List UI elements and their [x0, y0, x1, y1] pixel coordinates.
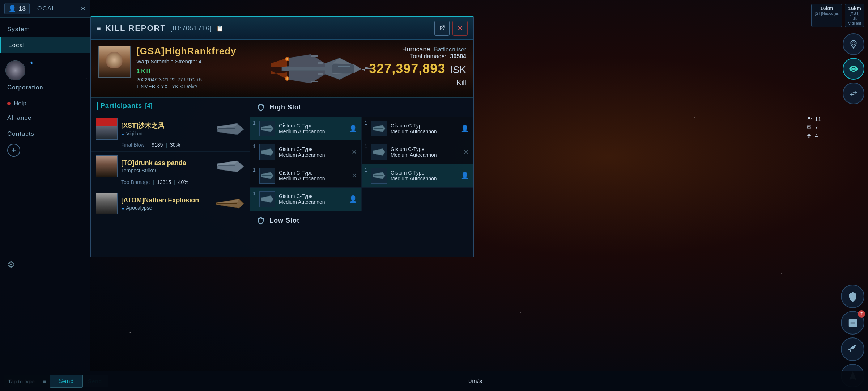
export-button[interactable]	[434, 21, 450, 36]
corp-star: ★	[30, 60, 34, 66]
kill-type: Kill	[369, 79, 466, 87]
sidebar-item-alliance[interactable]: Alliance	[0, 110, 90, 126]
modal-menu-icon[interactable]: ≡	[97, 24, 101, 33]
equip-item-h4[interactable]: 1 Gistum C-Type Medium Autocannon ✕	[362, 140, 473, 164]
equip-item-h7[interactable]: 1 Gistum C-Type Medium Autocannon 👤	[250, 188, 362, 211]
autocannon-svg-h3	[260, 148, 274, 156]
corp-avatar	[5, 60, 25, 80]
svg-rect-38	[374, 175, 383, 176]
participant-star-3: ★	[121, 206, 125, 210]
participant-ship-2: Tempest Striker	[121, 168, 212, 173]
sidebar-item-system[interactable]: System	[0, 21, 90, 37]
equip-item-h1[interactable]: 1 Gistum C-Type Medium Autocannon 👤	[250, 117, 362, 140]
equip-name1-h1: Gistum C-Type	[279, 123, 345, 129]
eye-button[interactable]	[843, 58, 864, 80]
equip-qty-h4: 1	[365, 143, 367, 149]
mail-icon: ✉	[805, 124, 813, 130]
stat-divider-2: |	[166, 142, 167, 148]
sidebar-nav: System Local	[0, 18, 90, 57]
add-contact-button[interactable]: +	[7, 144, 20, 157]
equip-item-h2[interactable]: 1 Gistum C-Type Medium Autocannon 👤	[362, 117, 473, 140]
close-modal-button[interactable]: ✕	[452, 21, 468, 36]
percent-value-2: 40%	[178, 179, 188, 185]
help-section: Help	[0, 97, 90, 110]
rocket-button[interactable]	[841, 337, 864, 361]
equip-name1-h6: Gistum C-Type	[391, 170, 457, 176]
equip-name2-h7: Medium Autocannon	[279, 199, 345, 205]
modal-header: ≡ KILL REPORT [ID:7051716] 📋 ✕	[91, 17, 473, 40]
participants-bar-accent	[97, 102, 98, 110]
ship-name-line: Hurricane Battlecruiser	[369, 46, 466, 53]
stat-divider-1: |	[148, 142, 149, 148]
participant-face-3	[96, 193, 117, 214]
equip-status-h5: ✕	[352, 172, 357, 180]
equip-icon-h7	[259, 191, 275, 207]
equip-item-h6[interactable]: 1 Gistum C-Type Medium Autocannon 👤	[362, 164, 473, 188]
equip-icon-h1	[259, 121, 275, 136]
close-chat-button[interactable]: ✕	[80, 5, 86, 13]
svg-rect-13	[318, 62, 323, 64]
corporation-label-area: Corporation	[0, 84, 90, 94]
corporation-section: ★	[0, 57, 90, 84]
hat-overlay-1	[96, 118, 117, 126]
local-count: 13	[18, 5, 26, 13]
participant-avatar-3	[96, 193, 118, 214]
participant-item-3: [ATOM]Nathan Explosion ★ Apocalypse	[91, 189, 250, 218]
modal-body: Participants [4] [XST]沙木之风 ★ Vigil	[91, 98, 473, 257]
copy-id-button[interactable]: 📋	[216, 25, 224, 32]
format-icon[interactable]: ≡	[42, 378, 46, 385]
isk-label: ISK	[450, 64, 466, 75]
type-hint: Tap to type	[4, 378, 39, 384]
equip-item-h5[interactable]: 1 Gistum C-Type Medium Autocannon ✕	[250, 164, 362, 188]
low-slot-shield-icon	[256, 216, 265, 225]
transfer-button[interactable]	[843, 83, 864, 104]
equip-info-h2: Gistum C-Type Medium Autocannon	[391, 123, 457, 134]
participant-top-1: [XST]沙木之风 ★ Vigilant	[96, 118, 244, 140]
weapon-button[interactable]: 7	[841, 311, 864, 335]
equip-qty-h3: 1	[253, 143, 256, 149]
autocannon-svg-h7	[260, 195, 274, 203]
participant-item-2: [TO]drunk ass panda Tempest Striker Top …	[91, 152, 250, 189]
svg-rect-26	[217, 203, 237, 204]
svg-marker-4	[289, 54, 325, 67]
equip-icon-h3	[259, 144, 275, 160]
participant-name-3: [ATOM]Nathan Explosion	[121, 197, 212, 204]
equip-info-h4: Gistum C-Type Medium Autocannon	[391, 146, 460, 158]
equip-item-h3[interactable]: 1 Gistum C-Type Medium Autocannon ✕	[250, 140, 362, 164]
shield-button[interactable]	[841, 285, 864, 308]
equipment-panel: High Slot 1 Gistum C-Type Medium Auto	[250, 98, 473, 257]
kill-value-panel: Hurricane Battlecruiser Total damage: 30…	[369, 46, 466, 87]
local-count-panel: 👤 13	[4, 3, 30, 14]
autocannon-svg-h2	[372, 125, 386, 133]
equip-name2-h2: Medium Autocannon	[391, 129, 457, 134]
svg-marker-10	[271, 58, 287, 67]
participant-info-1: [XST]沙木之风 ★ Vigilant	[121, 121, 212, 136]
participant-item: [XST]沙木之风 ★ Vigilant	[91, 114, 250, 152]
equip-status-h4: ✕	[463, 148, 469, 156]
settings-button[interactable]: ⚙	[7, 260, 83, 270]
sidebar-item-local[interactable]: Local	[0, 37, 90, 53]
participants-panel: Participants [4] [XST]沙木之风 ★ Vigil	[91, 98, 250, 257]
equip-name2-h3: Medium Autocannon	[279, 152, 348, 158]
participant-ship-1: ★ Vigilant	[121, 131, 212, 136]
equip-status-h7: 👤	[349, 195, 357, 203]
nav-map-button[interactable]	[843, 33, 864, 55]
svg-rect-2	[332, 64, 354, 73]
equip-name1-h5: Gistum C-Type	[279, 170, 348, 176]
equip-info-h1: Gistum C-Type Medium Autocannon	[279, 123, 345, 134]
equip-info-h7: Gistum C-Type Medium Autocannon	[279, 193, 345, 205]
sidebar-item-help[interactable]: Help	[14, 100, 26, 107]
participant-name-1: [XST]沙木之风	[121, 121, 212, 130]
eye-icon: 👁	[805, 116, 813, 122]
kill-report-modal: ≡ KILL REPORT [ID:7051716] 📋 ✕ [GSA]High…	[90, 16, 474, 257]
pilot-avatar	[98, 46, 131, 78]
modal-actions: ✕	[434, 21, 468, 36]
bottom-send-button[interactable]: Send	[50, 375, 83, 388]
slot-shield-icon	[256, 103, 265, 112]
svg-point-41	[852, 42, 855, 45]
speed-display: 0m/s	[468, 378, 482, 384]
svg-rect-40	[262, 199, 272, 199]
eye-count: 11	[815, 116, 821, 122]
map-icon	[849, 39, 858, 49]
sidebar-item-contacts[interactable]: Contacts	[0, 126, 90, 142]
